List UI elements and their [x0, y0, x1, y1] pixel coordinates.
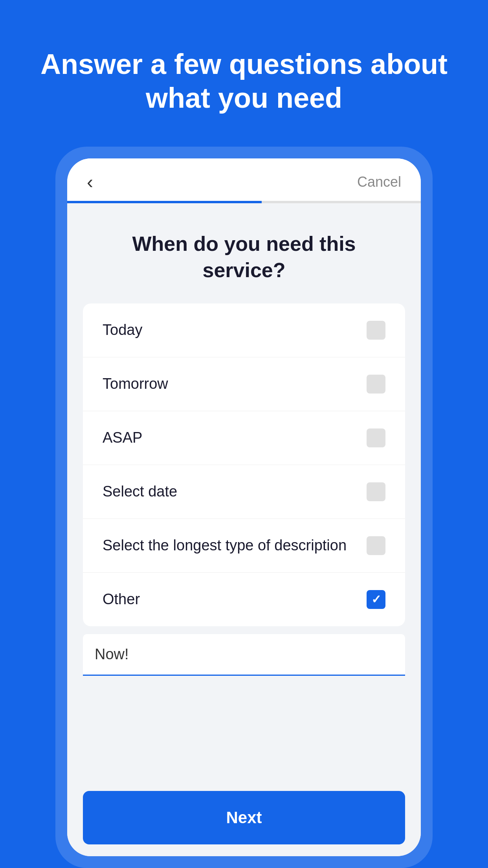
cancel-button[interactable]: Cancel — [357, 174, 401, 190]
nav-bar: ‹ Cancel — [67, 158, 421, 191]
option-row-asap[interactable]: ASAP — [83, 411, 405, 465]
option-row-longest-desc[interactable]: Select the longest type of description — [83, 519, 405, 573]
option-label-longest-desc: Select the longest type of description — [103, 537, 347, 554]
next-button[interactable]: Next — [83, 791, 405, 844]
option-row-select-date[interactable]: Select date — [83, 465, 405, 519]
option-row-other[interactable]: Other — [83, 573, 405, 626]
phone-container: ‹ Cancel When do you need this service? … — [55, 147, 433, 868]
option-label-other: Other — [103, 591, 140, 608]
checkbox-asap[interactable] — [367, 428, 385, 447]
option-label-select-date: Select date — [103, 483, 177, 500]
other-text-input[interactable] — [83, 634, 405, 676]
option-label-today: Today — [103, 322, 142, 338]
checkbox-longest-desc[interactable] — [367, 536, 385, 555]
option-label-tomorrow: Tomorrow — [103, 375, 168, 392]
next-button-container: Next — [67, 783, 421, 856]
option-label-asap: ASAP — [103, 429, 142, 446]
progress-bar — [67, 191, 421, 203]
other-input-area — [83, 634, 405, 676]
checkbox-other[interactable] — [367, 590, 385, 609]
phone-inner: ‹ Cancel When do you need this service? … — [67, 158, 421, 856]
page-header: Answer a few questions about what you ne… — [0, 0, 488, 147]
option-row-today[interactable]: Today — [83, 303, 405, 357]
page-title: Answer a few questions about what you ne… — [31, 47, 457, 115]
checkbox-tomorrow[interactable] — [367, 375, 385, 394]
content-area: When do you need this service? Today Tom… — [67, 203, 421, 856]
question-title: When do you need this service? — [67, 203, 421, 303]
checkbox-select-date[interactable] — [367, 482, 385, 501]
checkbox-today[interactable] — [367, 321, 385, 340]
option-row-tomorrow[interactable]: Tomorrow — [83, 357, 405, 411]
back-button[interactable]: ‹ — [87, 173, 93, 191]
options-list: Today Tomorrow ASAP Select date Select t — [83, 303, 405, 626]
